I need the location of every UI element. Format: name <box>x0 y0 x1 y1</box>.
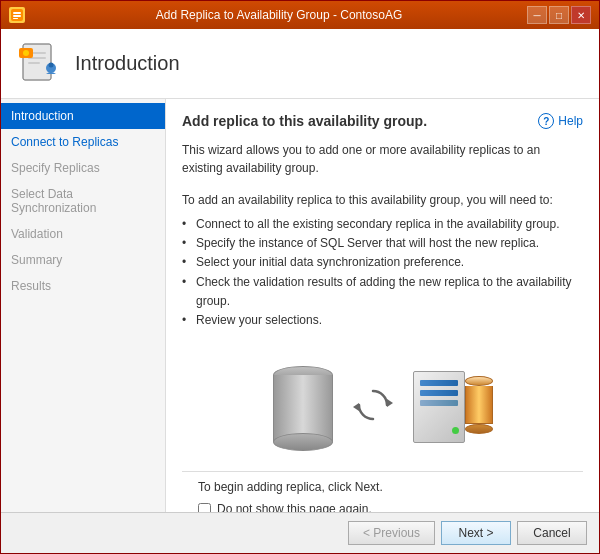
window-controls: ─ □ ✕ <box>527 6 591 24</box>
database-icon <box>273 366 333 451</box>
help-icon: ? <box>538 113 554 129</box>
svg-rect-2 <box>13 15 21 17</box>
help-link[interactable]: ? Help <box>538 113 583 129</box>
sidebar-item-validation: Validation <box>1 221 165 247</box>
maximize-button[interactable]: □ <box>549 6 569 24</box>
header: Introduction <box>1 29 599 99</box>
svg-rect-1 <box>13 12 21 14</box>
sidebar-item-results: Results <box>1 273 165 299</box>
next-button[interactable]: Next > <box>441 521 511 545</box>
header-title: Introduction <box>75 52 180 75</box>
begin-text: To begin adding replica, click Next. <box>198 480 567 494</box>
header-icon <box>15 40 63 88</box>
window-title: Add Replica to Availability Group - Cont… <box>31 8 527 22</box>
main-content-title: Add replica to this availability group. <box>182 113 583 129</box>
svg-point-10 <box>23 50 29 56</box>
svg-marker-13 <box>387 399 393 407</box>
diagram-area <box>182 346 583 471</box>
svg-rect-3 <box>13 18 18 19</box>
step-2: Specify the instance of SQL Server that … <box>182 234 583 253</box>
svg-rect-8 <box>28 62 40 64</box>
step-5: Review your selections. <box>182 311 583 330</box>
previous-button[interactable]: < Previous <box>348 521 435 545</box>
step-1: Connect to all the existing secondary re… <box>182 215 583 234</box>
help-label: Help <box>558 114 583 128</box>
main-window: Add Replica to Availability Group - Cont… <box>0 0 600 554</box>
step-3: Select your initial data synchronization… <box>182 253 583 272</box>
close-button[interactable]: ✕ <box>571 6 591 24</box>
bottom-bar: < Previous Next > Cancel <box>1 512 599 553</box>
main-description: This wizard allows you to add one or mor… <box>182 141 583 177</box>
window-icon <box>9 7 25 23</box>
steps-intro: To add an availability replica to this a… <box>182 191 583 209</box>
title-bar: Add Replica to Availability Group - Cont… <box>1 1 599 29</box>
svg-marker-14 <box>353 403 359 411</box>
sidebar-item-summary: Summary <box>1 247 165 273</box>
svg-point-12 <box>49 62 54 67</box>
sidebar: Introduction Connect to Replicas Specify… <box>1 99 166 512</box>
main-panel: ? Help Add replica to this availability … <box>166 99 599 512</box>
sidebar-item-connect-to-replicas[interactable]: Connect to Replicas <box>1 129 165 155</box>
dont-show-checkbox[interactable] <box>198 503 211 512</box>
dont-show-label[interactable]: Do not show this page again. <box>217 502 372 512</box>
content-area: Introduction Connect to Replicas Specify… <box>1 99 599 512</box>
minimize-button[interactable]: ─ <box>527 6 547 24</box>
step-4: Check the validation results of adding t… <box>182 273 583 311</box>
sidebar-item-select-data-sync: Select Data Synchronization <box>1 181 165 221</box>
steps-list: Connect to all the existing secondary re… <box>182 215 583 330</box>
sync-arrows-icon <box>353 385 393 432</box>
sidebar-item-specify-replicas: Specify Replicas <box>1 155 165 181</box>
sidebar-item-introduction[interactable]: Introduction <box>1 103 165 129</box>
cancel-button[interactable]: Cancel <box>517 521 587 545</box>
footer-area: To begin adding replica, click Next. Do … <box>182 471 583 512</box>
checkbox-row: Do not show this page again. <box>198 502 567 512</box>
server-icon <box>413 366 493 451</box>
